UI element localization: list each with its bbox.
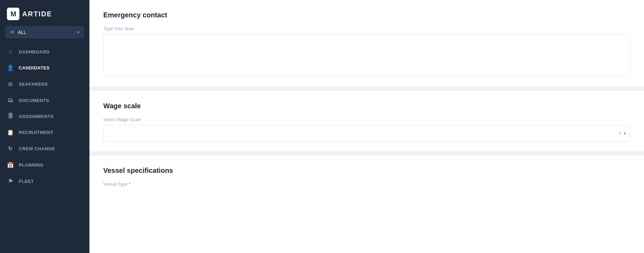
sidebar: M ARTIDE 👁 ALL ▾ ⌂ DASHBOARD 👤 CANDIDATE… <box>0 0 89 253</box>
wage-scale-section: Wage scale Select Wage Scale × ▾ <box>89 91 644 151</box>
filter-area: 👁 ALL ▾ <box>6 26 84 38</box>
wage-scale-title: Wage scale <box>103 102 630 110</box>
sidebar-item-seafarers[interactable]: ⊙ SEAFARERS <box>0 76 89 92</box>
chevron-down-icon: ▾ <box>77 30 79 35</box>
planning-icon: 📅 <box>7 162 14 168</box>
sidebar-item-documents[interactable]: 🗂 DOCUMENTS <box>0 92 89 108</box>
candidates-icon: 👤 <box>7 65 14 71</box>
sidebar-item-label: RECRUITMENT <box>19 130 53 135</box>
sidebar-item-label: DOCUMENTS <box>19 98 49 103</box>
sidebar-item-assignments[interactable]: 🗄 ASSIGNMENTS <box>0 108 89 124</box>
logo-letter: M <box>10 10 16 18</box>
vessel-specifications-section: Vessel specifications Vessel Type * <box>89 155 644 199</box>
emergency-contact-section: Emergency contact Type Your Note <box>89 0 644 87</box>
logo-text: ARTIDE <box>22 10 52 18</box>
sidebar-item-label: DASHBOARD <box>19 49 50 54</box>
logo-area: M ARTIDE <box>0 0 89 26</box>
dashboard-icon: ⌂ <box>7 49 14 55</box>
note-label: Type Your Note <box>103 26 630 31</box>
divider-1 <box>89 87 644 91</box>
crew-change-icon: ↻ <box>7 145 14 152</box>
wage-scale-label: Select Wage Scale <box>103 117 630 122</box>
sidebar-item-planning[interactable]: 📅 PLANNING <box>0 157 89 173</box>
eye-icon: 👁 <box>10 29 15 35</box>
seafarers-icon: ⊙ <box>7 81 14 87</box>
sidebar-item-label: PLANNING <box>19 162 44 168</box>
nav-items: ⌂ DASHBOARD 👤 CANDIDATES ⊙ SEAFARERS 🗂 D… <box>0 44 89 253</box>
sidebar-item-label: CREW CHANGE <box>19 146 55 151</box>
sidebar-item-label: FLEET <box>19 179 34 184</box>
all-filter-select[interactable]: 👁 ALL ▾ <box>6 26 84 38</box>
sidebar-item-crew-change[interactable]: ↻ CREW CHANGE <box>0 141 89 157</box>
note-textarea[interactable] <box>103 34 630 76</box>
sidebar-item-recruitment[interactable]: 📋 RECRUITMENT <box>0 124 89 141</box>
sidebar-item-label: SEAFARERS <box>19 82 48 87</box>
filter-left: 👁 ALL <box>10 29 26 35</box>
logo-icon: M <box>7 8 19 20</box>
filter-label: ALL <box>18 29 26 35</box>
main-content: Emergency contact Type Your Note Wage sc… <box>89 0 644 253</box>
fleet-icon: ⚑ <box>7 178 14 185</box>
sidebar-item-fleet[interactable]: ⚑ FLEET <box>0 173 89 189</box>
sidebar-item-label: ASSIGNMENTS <box>19 114 54 119</box>
sidebar-item-dashboard[interactable]: ⌂ DASHBOARD <box>0 44 89 60</box>
vessel-specifications-title: Vessel specifications <box>103 167 630 175</box>
recruitment-icon: 📋 <box>7 129 14 136</box>
assignments-icon: 🗄 <box>7 113 14 119</box>
wage-scale-wrapper: × ▾ <box>103 125 630 142</box>
documents-icon: 🗂 <box>7 97 14 103</box>
required-marker: * <box>129 182 131 187</box>
vessel-type-label: Vessel Type * <box>103 182 630 187</box>
sidebar-item-candidates[interactable]: 👤 CANDIDATES <box>0 60 89 76</box>
emergency-contact-title: Emergency contact <box>103 11 630 19</box>
sidebar-item-label: CANDIDATES <box>19 65 50 70</box>
wage-scale-select[interactable] <box>103 125 630 142</box>
divider-2 <box>89 151 644 155</box>
